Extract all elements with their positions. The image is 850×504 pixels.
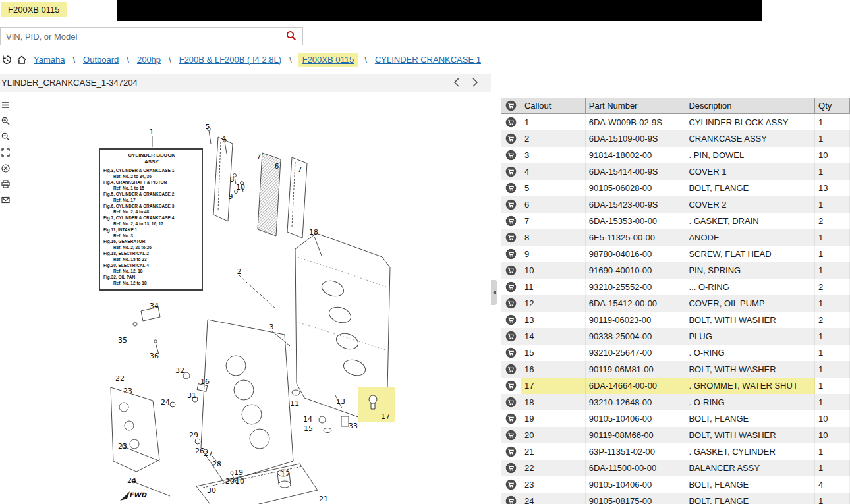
diagram-callout[interactable]: 27 (204, 449, 213, 458)
diagram-callout[interactable]: 8 (230, 175, 235, 184)
add-to-cart-icon[interactable] (501, 262, 521, 279)
diagram-callout[interactable]: 14 (303, 415, 312, 424)
diagram-callout[interactable]: FWD (129, 491, 146, 499)
diagram-callout[interactable]: 5 (206, 123, 210, 131)
diagram-callout[interactable]: 20 (225, 477, 235, 486)
page-tab[interactable]: F200XB 0115 (1, 2, 67, 17)
add-to-cart-icon[interactable] (501, 246, 521, 262)
diagram-callout[interactable]: 34 (150, 302, 159, 310)
add-to-cart-icon[interactable] (501, 312, 521, 328)
parts-table-row[interactable]: 2090119-08M66-00BOLT, WITH WASHER10 (501, 427, 850, 443)
diagram-callout[interactable]: 33 (349, 422, 358, 430)
add-to-cart-icon[interactable] (501, 295, 521, 312)
parts-table-row[interactable]: 1690119-06M81-00BOLT, WITH WASHER1 (501, 361, 850, 378)
diagram-callout[interactable]: 30 (207, 486, 216, 495)
parts-table-row[interactable]: 998780-04016-00SCREW, FLAT HEAD1 (501, 246, 850, 262)
email-icon[interactable] (1, 195, 11, 205)
parts-table-row[interactable]: 1490338-25004-00PLUG1 (501, 328, 850, 345)
diagram-callout[interactable]: 9 (229, 192, 233, 201)
parts-table-row[interactable]: 46DA-15414-00-9SCOVER 11 (501, 163, 850, 180)
diagram-callout[interactable]: 23 (118, 442, 127, 451)
parts-table-row[interactable]: 2390105-10406-00BOLT, FLANGE4 (501, 476, 850, 493)
breadcrumb-item[interactable]: 200hp (135, 53, 163, 66)
parts-table-row[interactable]: 86E5-11325-00-00ANODE1 (501, 229, 850, 246)
diagram-callout[interactable]: 6 (275, 162, 279, 171)
breadcrumb-item[interactable]: CYLINDER CRANKCASE 1 (373, 53, 483, 66)
parts-table-row[interactable]: 1193210-25552-00... O-RING2 (501, 279, 850, 295)
add-to-cart-icon[interactable] (501, 443, 521, 460)
add-to-cart-icon[interactable] (501, 345, 521, 361)
diagram-callout[interactable]: 17 (381, 412, 390, 421)
parts-table-row[interactable]: 66DA-15423-00-9SCOVER 21 (501, 196, 850, 213)
add-to-cart-icon[interactable] (501, 361, 521, 378)
diagram-callout[interactable]: 7 (298, 165, 302, 174)
parts-table-row[interactable]: 1091690-40010-00PIN, SPRING1 (501, 262, 850, 279)
diagram-callout[interactable]: 11 (290, 399, 299, 408)
parts-table-row[interactable]: 2163P-11351-02-00. GASKET, CYLINDER1 (501, 443, 850, 460)
diagram-callout[interactable]: 31 (187, 391, 196, 400)
header-callout[interactable]: Callout (521, 98, 586, 113)
parts-table-row[interactable]: 1390119-06023-00BOLT, WITH WASHER2 (501, 312, 850, 328)
search-input[interactable] (1, 32, 280, 42)
diagram-callout[interactable]: 24 (127, 476, 136, 485)
diagram-callout[interactable]: 32 (175, 366, 184, 375)
zoom-out-icon[interactable] (1, 132, 11, 142)
diagram-callout[interactable]: 13 (336, 397, 345, 406)
add-to-cart-icon[interactable] (501, 229, 521, 246)
diagram-callout[interactable]: 7 (257, 152, 262, 161)
header-description[interactable]: Description (685, 98, 815, 113)
parts-table-row[interactable]: 590105-06028-00BOLT, FLANGE13 (501, 180, 850, 196)
diagram-callout[interactable]: 1 (150, 128, 154, 136)
add-to-cart-icon[interactable] (501, 130, 521, 147)
parts-table-row[interactable]: 176DA-14664-00-00. GROMMET, WATER SHUT1 (501, 378, 850, 394)
parts-table-row[interactable]: 76DA-15353-00-00. GASKET, DRAIN2 (501, 213, 850, 229)
diagram-callout[interactable]: 3 (269, 323, 274, 331)
diagram-callout[interactable]: 21 (319, 495, 328, 503)
header-qty[interactable]: Qty (815, 98, 850, 113)
add-to-cart-icon[interactable] (501, 328, 521, 345)
close-icon[interactable] (1, 163, 11, 173)
add-to-cart-icon[interactable] (501, 147, 521, 163)
diagram-callout[interactable]: 10 (235, 477, 244, 486)
diagram-callout[interactable]: 26 (195, 447, 204, 455)
parts-table-row[interactable]: 16DA-W009B-02-9SCYLINDER BLOCK ASSY1 (501, 114, 850, 130)
parts-table-row[interactable]: 126DA-15412-00-00COVER, OIL PUMP1 (501, 295, 850, 312)
breadcrumb-item[interactable]: F200XB 0115 (298, 53, 359, 67)
parts-table-row[interactable]: 226DA-11500-00-00BALANCER ASSY1 (501, 460, 850, 476)
prev-page-button[interactable] (449, 76, 464, 90)
diagram-callout[interactable]: 24 (161, 398, 170, 406)
history-icon[interactable] (2, 55, 12, 65)
search-button[interactable] (280, 28, 302, 45)
add-to-cart-icon[interactable] (501, 394, 521, 410)
add-to-cart-icon[interactable] (501, 279, 521, 295)
diagram-callout[interactable]: 12 (281, 470, 290, 478)
diagram-callout[interactable]: 16 (200, 378, 210, 386)
add-to-cart-icon[interactable] (501, 410, 521, 427)
diagram-callout[interactable]: 35 (118, 336, 127, 345)
breadcrumb-item[interactable]: F200B & LF200B ( I4 2.8L) (177, 53, 283, 66)
diagram-callout[interactable]: 18 (309, 228, 318, 237)
diagram-callout[interactable]: 10 (236, 183, 245, 192)
menu-icon[interactable] (1, 100, 11, 110)
parts-table-row[interactable]: 26DA-15109-00-9SCRANKCASE ASSY1 (501, 130, 850, 147)
header-part-number[interactable]: Part Number (586, 98, 686, 113)
print-icon[interactable] (1, 179, 11, 189)
add-to-cart-icon[interactable] (501, 213, 521, 229)
diagram-callout[interactable]: 28 (212, 460, 221, 468)
add-to-cart-icon[interactable] (501, 493, 521, 504)
parts-table-row[interactable]: 1990105-10406-00BOLT, FLANGE10 (501, 410, 850, 427)
add-to-cart-icon[interactable] (501, 427, 521, 443)
diagram-callout[interactable]: 22 (115, 374, 125, 383)
add-to-cart-icon[interactable] (501, 476, 521, 493)
parts-table-row[interactable]: 391814-18002-00. PIN, DOWEL10 (501, 147, 850, 163)
diagram-callout[interactable]: 4 (222, 134, 227, 143)
next-page-button[interactable] (468, 76, 482, 90)
home-icon[interactable] (16, 55, 27, 65)
zoom-in-icon[interactable] (1, 116, 11, 126)
breadcrumb-item[interactable]: Outboard (81, 53, 121, 66)
diagram-callout[interactable]: 15 (304, 424, 313, 433)
diagram-callout[interactable]: 2 (237, 267, 242, 276)
parts-table-row[interactable]: 1893210-12648-00. O-RING1 (501, 394, 850, 410)
add-to-cart-icon[interactable] (501, 378, 521, 394)
panel-splitter[interactable] (491, 280, 497, 305)
